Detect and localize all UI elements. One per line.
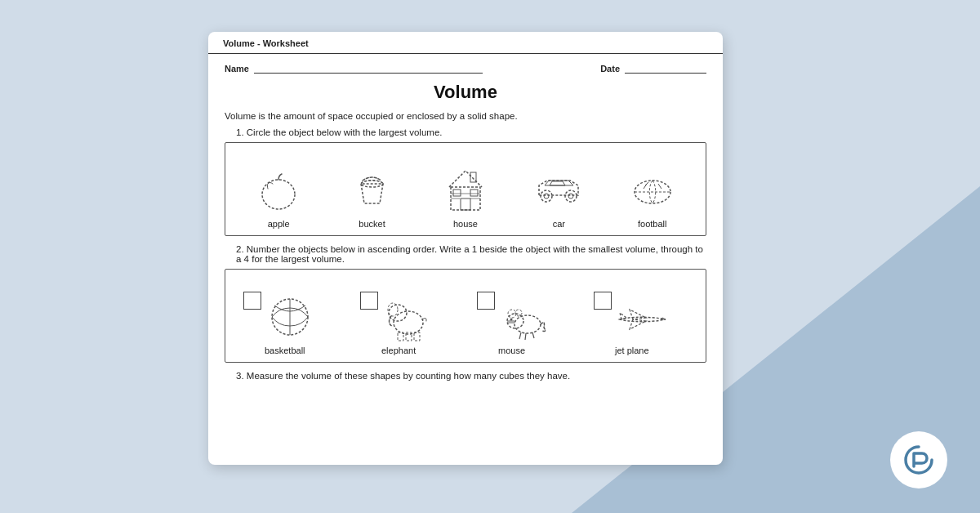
object-item2-basketball: basketball	[243, 292, 337, 355]
elephant-svg	[381, 292, 432, 342]
object-item-bucket: bucket	[336, 163, 409, 229]
basketball-checkbox[interactable]	[243, 292, 261, 310]
svg-point-21	[394, 311, 423, 334]
svg-point-10	[541, 190, 552, 202]
svg-point-0	[262, 180, 295, 209]
date-label: Date	[600, 64, 620, 74]
mouse-checkbox[interactable]	[477, 292, 495, 310]
object-item2-jetplane: jet plane	[594, 292, 688, 355]
worksheet-paper: Volume - Worksheet Name Date Volume Volu…	[208, 32, 723, 465]
bucket-label: bucket	[359, 219, 385, 229]
date-field[interactable]	[625, 62, 706, 74]
svg-rect-5	[470, 190, 478, 196]
elephant-checkbox[interactable]	[360, 292, 378, 310]
basketball-label: basketball	[265, 346, 305, 355]
football-svg	[626, 169, 679, 210]
football-label: football	[638, 219, 666, 229]
house-label: house	[453, 219, 478, 229]
date-line: Date	[600, 62, 706, 74]
q1-number: 1.	[236, 127, 244, 137]
svg-line-17	[645, 182, 648, 185]
jetplane-label: jet plane	[615, 346, 649, 355]
mouse-svg	[498, 292, 549, 342]
svg-point-11	[544, 194, 549, 199]
q2-number: 2.	[236, 244, 244, 254]
football-image	[624, 163, 681, 216]
question2-objects-box: basketball	[225, 269, 706, 363]
svg-point-13	[568, 194, 573, 199]
object-item-house: house	[429, 163, 502, 229]
logo-icon	[901, 442, 937, 478]
jetplane-svg	[615, 297, 670, 337]
apple-label: apple	[268, 219, 290, 229]
svg-line-18	[658, 184, 662, 189]
jetplane-row	[594, 292, 670, 342]
basketball-image	[265, 292, 315, 342]
logo-circle	[890, 431, 947, 488]
house-svg	[441, 163, 490, 216]
question3-text: 3. Measure the volume of these shapes by…	[236, 371, 706, 381]
name-label: Name	[225, 64, 249, 74]
car-label: car	[553, 219, 565, 229]
object-item-car: car	[522, 163, 595, 229]
bucket-image	[344, 163, 401, 216]
svg-rect-3	[461, 199, 470, 210]
svg-line-35	[525, 333, 526, 340]
basketball-row	[243, 292, 315, 342]
object-item2-elephant: elephant	[360, 292, 454, 355]
object-item2-mouse: mouse	[477, 292, 571, 355]
question1-text: 1. Circle the object below with the larg…	[236, 127, 706, 137]
elephant-label: elephant	[381, 346, 416, 355]
svg-point-27	[514, 315, 541, 333]
elephant-image	[381, 292, 432, 342]
mouse-image	[498, 292, 549, 342]
svg-line-36	[532, 332, 534, 338]
car-svg	[532, 169, 586, 210]
object-item-apple: apple	[242, 163, 315, 229]
svg-rect-26	[414, 332, 420, 341]
svg-rect-4	[453, 190, 461, 196]
car-image	[530, 163, 587, 216]
q1-label: Circle the object below with the largest…	[247, 127, 443, 137]
question2-text: 2. Number the objects below in ascending…	[236, 244, 706, 264]
worksheet-body: Name Date Volume Volume is the amount of…	[208, 54, 723, 392]
house-image	[437, 163, 494, 216]
svg-line-34	[519, 332, 521, 339]
jetplane-image	[615, 292, 670, 342]
apple-svg	[256, 166, 301, 213]
elephant-row	[360, 292, 432, 342]
definition-text: Volume is the amount of space occupied o…	[225, 111, 706, 121]
q3-label: Measure the volume of these shapes by co…	[247, 371, 570, 381]
mouse-row	[477, 292, 549, 342]
basketball-svg	[266, 293, 314, 341]
name-date-row: Name Date	[225, 62, 706, 74]
bucket-svg	[350, 166, 394, 213]
q3-number: 3.	[236, 371, 244, 381]
worksheet-header-title: Volume - Worksheet	[223, 38, 309, 48]
question1-objects-box: apple bucket	[225, 142, 706, 236]
worksheet-header: Volume - Worksheet	[208, 32, 723, 54]
name-line: Name	[225, 62, 483, 74]
q2-label: Number the objects below in ascending or…	[236, 244, 703, 264]
jetplane-checkbox[interactable]	[594, 292, 612, 310]
worksheet-title: Volume	[225, 82, 706, 103]
mouse-label: mouse	[498, 346, 525, 355]
svg-point-31	[510, 319, 513, 321]
svg-point-12	[565, 190, 577, 202]
object-item-football: football	[616, 163, 689, 229]
apple-image	[250, 163, 307, 216]
name-field[interactable]	[254, 62, 483, 74]
